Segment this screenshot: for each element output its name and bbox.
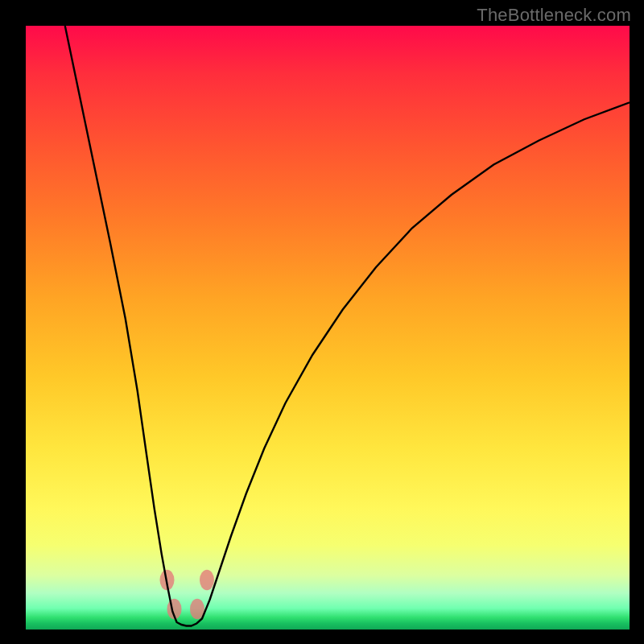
plot-area (26, 26, 630, 630)
valley-beads-group (160, 570, 215, 620)
watermark-text: TheBottleneck.com (477, 5, 631, 26)
bottleneck-curve-svg (26, 26, 630, 630)
valley-bead-4 (200, 570, 214, 591)
outer-frame: TheBottleneck.com (0, 0, 644, 644)
bottleneck-curve (65, 26, 630, 626)
